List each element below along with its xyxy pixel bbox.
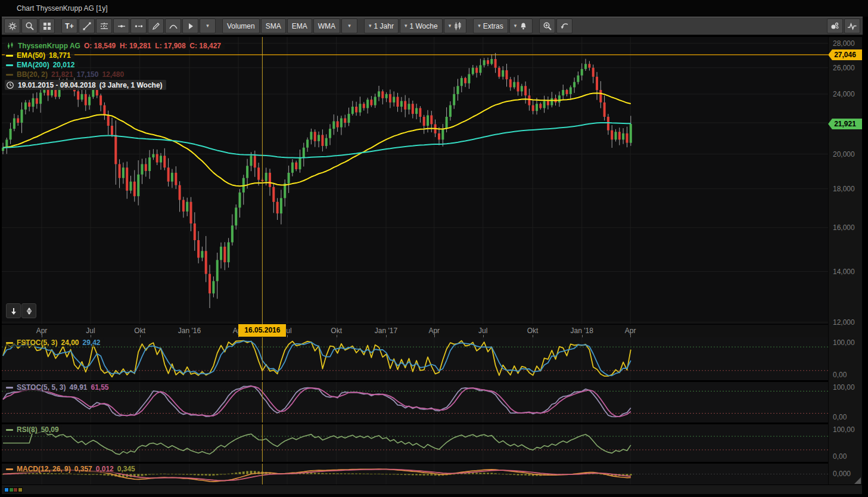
ema-button[interactable]: EMA xyxy=(287,18,312,33)
indicators-dropdown[interactable]: ▾ xyxy=(341,18,357,33)
time-axis-tick: Okt xyxy=(331,327,342,335)
chart-legend: ThyssenKrupp AG O: 18,549 H: 19,281 L: 1… xyxy=(5,42,225,91)
bb-swatch xyxy=(6,74,13,76)
trendline-tool-button[interactable] xyxy=(79,18,95,33)
status-bar xyxy=(2,484,862,494)
fstoc-value: 29,42 xyxy=(83,338,101,347)
autoscale-icon xyxy=(25,307,33,315)
bell-icon xyxy=(519,21,528,30)
last-price-badge: 21,921 xyxy=(828,119,862,129)
rsi-legend[interactable]: RSI(8)50,09 xyxy=(5,425,62,434)
zoom-in-icon xyxy=(543,21,552,31)
scroll-to-end-button[interactable] xyxy=(6,303,21,318)
window-title: Chart ThyssenKrupp AG [1y] xyxy=(17,4,108,13)
macd-value: 0,345 xyxy=(117,465,135,473)
indicator-axis-label: 0,000 xyxy=(833,470,851,478)
price-axis-tick: 26,000 xyxy=(833,64,855,72)
zoom-in-button[interactable] xyxy=(539,18,555,33)
chevron-down-icon: ▾ xyxy=(206,23,209,29)
arc-tool-button[interactable] xyxy=(165,18,181,33)
horizontal-line-icon xyxy=(117,21,126,31)
time-axis-tick: Jan '17 xyxy=(375,327,397,335)
legend-ema200-row[interactable]: EMA(200) 20,012 xyxy=(5,61,78,69)
text-tool-icon: T+ xyxy=(65,22,73,30)
fstoc-value: 24,00 xyxy=(61,338,79,347)
fstoc-label: FSTOC(5, 3) xyxy=(17,338,57,347)
panel-resize-handle[interactable] xyxy=(854,477,861,484)
horizontal-line-tool-button[interactable] xyxy=(113,18,129,33)
window-titlebar: Chart ThyssenKrupp AG [1y] xyxy=(0,0,868,17)
chart-type-dropdown[interactable]: ▾ xyxy=(444,18,467,33)
time-axis-tick: Jul xyxy=(86,327,95,335)
layout-grid-icon xyxy=(42,21,52,31)
line-chart-mode-button[interactable] xyxy=(844,18,860,33)
time-axis-tick: Apr xyxy=(625,327,636,335)
volume-button[interactable]: Volumen xyxy=(222,18,260,33)
price-axis-tick: 20,000 xyxy=(833,150,855,159)
legend-instrument-row[interactable]: ThyssenKrupp AG O: 18,549 H: 19,281 L: 1… xyxy=(5,42,225,50)
ema200-swatch xyxy=(6,64,13,66)
candlestick-type-icon xyxy=(453,21,462,31)
alarm-price-badge[interactable]: 27,046 xyxy=(828,49,862,60)
panel-separator[interactable] xyxy=(2,380,862,382)
macd-legend[interactable]: MACD(12, 26, 9)0,3570,0120,345 xyxy=(5,465,138,473)
replay-tool-button[interactable] xyxy=(182,18,198,33)
text-tool-button[interactable]: T+ xyxy=(61,18,77,33)
interval-dropdown[interactable]: ▾1 Woche xyxy=(400,18,443,33)
time-axis-tick: Okt xyxy=(527,327,539,335)
pencil-tool-button[interactable] xyxy=(148,18,164,33)
indicator-axis-label: 100,00 xyxy=(833,383,855,392)
legend-daterange-row[interactable]: 19.01.2015 - 09.04.2018 (3 Jahre, 1 Woch… xyxy=(5,80,166,90)
chevron-down-icon: ▾ xyxy=(405,23,407,29)
sstoc-swatch xyxy=(6,387,13,389)
undo-button[interactable] xyxy=(556,18,573,33)
time-axis-tick: Jan '16 xyxy=(178,327,201,335)
sma-button[interactable]: SMA xyxy=(261,18,286,33)
fibonacci-tool-button[interactable] xyxy=(96,18,112,33)
pencil-icon xyxy=(151,21,161,31)
wma-button[interactable]: WMA xyxy=(313,18,340,33)
fstoc-legend[interactable]: FSTOC(5, 3)24,0029,42 xyxy=(5,338,104,347)
line-chart-icon xyxy=(847,21,857,31)
rsi-value: 50,09 xyxy=(41,425,59,434)
drawing-tools-dropdown[interactable]: ▾ xyxy=(200,18,216,33)
price-axis-tick: 12,000 xyxy=(833,318,855,327)
search-icon xyxy=(25,21,35,31)
indicator-axis-label: 0,00 xyxy=(833,371,847,379)
time-axis-tick: Apr xyxy=(36,327,48,335)
indicator-color-swatch[interactable] xyxy=(18,487,23,492)
horizontal-ray-tool-button[interactable] xyxy=(130,18,147,33)
period-dropdown[interactable]: ▾1 Jahr xyxy=(364,18,399,33)
time-axis[interactable]: AprJulOktJan '16AprJulOktJan '17AprJulOk… xyxy=(2,324,828,338)
legend-ema50-row[interactable]: EMA(50) 18,771 xyxy=(5,51,74,60)
price-axis-tick: 16,000 xyxy=(833,223,855,232)
bubbles-icon xyxy=(830,21,840,31)
time-axis-tick: Jul xyxy=(478,327,487,335)
fstoc-panel-canvas[interactable] xyxy=(2,337,828,380)
sstoc-panel-canvas[interactable] xyxy=(2,382,828,423)
chevron-down-icon: ▾ xyxy=(348,23,351,29)
sstoc-legend[interactable]: SSTOC(5, 5, 3)49,9161,55 xyxy=(5,383,112,392)
fibonacci-icon xyxy=(99,21,109,31)
price-axis-tick: 14,000 xyxy=(833,268,855,276)
search-button[interactable] xyxy=(21,18,38,33)
time-axis-tick: Okt xyxy=(134,327,145,335)
watermark-settings-button[interactable] xyxy=(827,18,843,33)
arc-icon xyxy=(169,21,178,31)
chevron-down-icon: ▾ xyxy=(449,23,452,29)
settings-button[interactable] xyxy=(4,18,20,33)
extras-dropdown[interactable]: ▾Extras xyxy=(473,18,508,33)
panel-separator[interactable] xyxy=(2,462,862,464)
crosshair-date-badge: 16.05.2016 xyxy=(238,324,286,337)
alerts-dropdown[interactable]: ▾ xyxy=(509,18,533,33)
autoscale-button[interactable] xyxy=(21,303,36,318)
indicator-axis-label: 0,00 xyxy=(833,452,847,461)
macd-label: MACD(12, 26, 9) xyxy=(17,465,71,473)
main-toolbar: T+ ▾ Volumen SMA EMA WMA ▾ ▾1 Jahr ▾1 Wo… xyxy=(2,17,863,35)
legend-bb-row[interactable]: BB(20, 2) 21,821 17,150 12,480 xyxy=(5,70,127,79)
layout-button[interactable] xyxy=(39,18,55,33)
rsi-panel-canvas[interactable] xyxy=(2,424,828,462)
macd-value: 0,357 xyxy=(74,465,92,473)
ema50-swatch xyxy=(6,55,13,57)
panel-separator[interactable] xyxy=(2,423,862,424)
